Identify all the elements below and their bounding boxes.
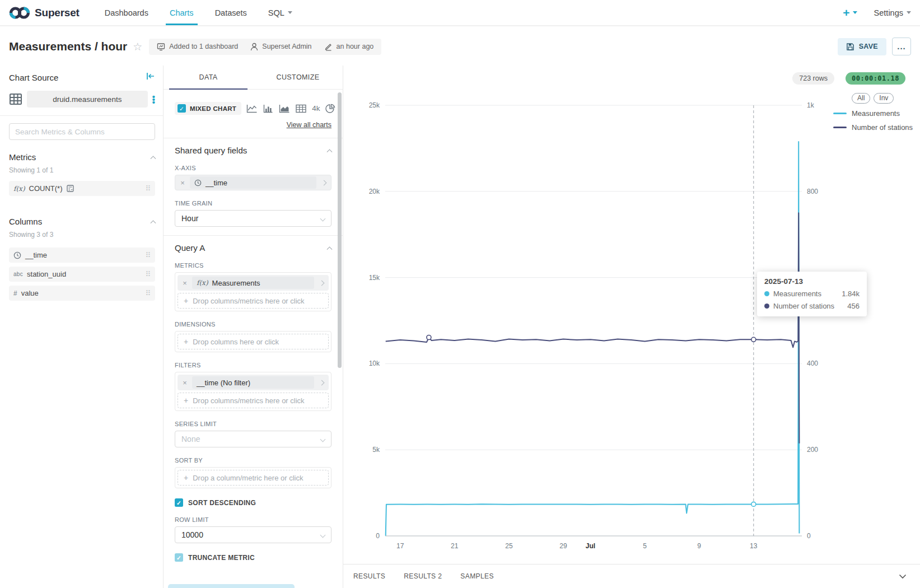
user-icon [250, 43, 258, 51]
row-limit-select[interactable]: 10000 [175, 526, 331, 543]
column-item-station-uuid[interactable]: abc station_uuid ⠿ [9, 267, 155, 282]
divider [164, 235, 343, 236]
chevron-down-icon [320, 532, 326, 538]
favorite-star-icon[interactable]: ☆ [133, 40, 142, 53]
tab-customize[interactable]: CUSTOMIZE [253, 66, 343, 89]
x-axis-control[interactable]: × __time [175, 175, 331, 190]
metrics-label: METRICS [175, 262, 331, 269]
chevron-down-icon [320, 216, 326, 221]
svg-text:9: 9 [697, 542, 701, 550]
nav-dashboards[interactable]: Dashboards [94, 0, 159, 25]
function-icon: f(x) [197, 279, 208, 287]
checked-checkbox-icon: ✓ [175, 553, 183, 562]
remove-icon[interactable]: × [178, 379, 192, 387]
tab-results[interactable]: RESULTS [353, 572, 385, 580]
filters-drop-zone[interactable]: +Drop columns/metrics here or click [178, 393, 329, 408]
query-timer-badge: 00:00:01.18 [846, 72, 905, 85]
partially-visible-control [168, 584, 295, 588]
viz-type-selected[interactable]: ✓ MIXED CHART [175, 102, 241, 115]
tab-results-2[interactable]: RESULTS 2 [404, 572, 442, 580]
dimensions-label: DIMENSIONS [175, 321, 331, 328]
column-item-time[interactable]: __time ⠿ [9, 248, 155, 263]
bar-chart-icon[interactable] [263, 104, 273, 113]
time-grain-label: TIME GRAIN [175, 200, 331, 207]
last-modified[interactable]: an hour ago [324, 43, 374, 51]
svg-text:29: 29 [559, 542, 567, 550]
caret-down-icon [288, 11, 292, 14]
shared-query-fields-header[interactable]: Shared query fields [175, 146, 331, 155]
truncate-metric-checkbox[interactable]: ✓ TRUNCATE METRIC [175, 553, 331, 562]
search-input[interactable] [9, 123, 155, 140]
nav-datasets[interactable]: Datasets [204, 0, 258, 25]
dataset-options-kebab-icon[interactable]: ••• [152, 95, 155, 104]
area-chart-icon[interactable] [279, 104, 290, 113]
expand-icon[interactable] [316, 181, 331, 185]
pie-chart-icon[interactable] [325, 104, 335, 114]
metrics-showing-count: Showing 1 of 1 [9, 166, 155, 174]
metrics-section-header[interactable]: Metrics [9, 152, 155, 162]
series-limit-select[interactable]: None [175, 431, 331, 447]
more-options-button[interactable]: ... [892, 38, 911, 55]
line-chart-icon[interactable] [246, 104, 258, 113]
scrollbar-thumb[interactable] [338, 92, 342, 368]
added-to-dashboard[interactable]: Added to 1 dashboard [157, 43, 238, 51]
remove-icon[interactable]: × [178, 279, 192, 287]
table-icon[interactable] [296, 104, 306, 113]
time-grain-select[interactable]: Hour [175, 210, 331, 227]
columns-showing-count: Showing 3 of 3 [9, 231, 155, 239]
nav-charts[interactable]: Charts [159, 0, 204, 25]
legend-item-number-of-stations[interactable]: Number of stations [833, 123, 913, 132]
dimensions-drop-zone[interactable]: +Drop columns here or click [178, 334, 329, 349]
nav-sql-menu[interactable]: SQL [258, 0, 303, 25]
results-bar: RESULTS RESULTS 2 SAMPLES [343, 564, 920, 588]
drag-handle-icon[interactable]: ⠿ [145, 184, 151, 193]
tab-samples[interactable]: SAMPLES [460, 572, 494, 580]
collapse-panel-icon[interactable] [146, 72, 155, 82]
metric-measurements[interactable]: × f(x)Measurements [178, 275, 329, 291]
svg-text:20k: 20k [369, 188, 380, 195]
clock-icon [13, 251, 21, 259]
viz-4k-shortcut[interactable]: 4k [312, 104, 320, 113]
checked-checkbox-icon: ✓ [175, 498, 183, 507]
drag-handle-icon[interactable]: ⠿ [145, 270, 151, 278]
sort-by-drop-zone[interactable]: +Drop a column/metric here or click [178, 470, 329, 486]
columns-section-header[interactable]: Columns [9, 217, 155, 226]
superset-infinity-icon [9, 5, 30, 21]
dimensions-control: +Drop columns here or click [175, 331, 331, 352]
svg-text:0: 0 [376, 532, 380, 540]
legend-select-all-button[interactable]: All [852, 93, 870, 104]
svg-text:0: 0 [807, 532, 811, 540]
metrics-control: × f(x)Measurements +Drop columns/metrics… [175, 272, 331, 311]
tooltip-date: 2025-07-13 [764, 277, 860, 286]
viz-type-row: ✓ MIXED CHART 4k [175, 102, 331, 115]
remove-icon[interactable]: × [175, 179, 190, 187]
save-icon [846, 43, 854, 51]
chart-source-panel: Chart Source druid.measurements ••• Metr… [0, 66, 164, 588]
legend-item-measurements[interactable]: Measurements [833, 109, 913, 118]
query-a-header[interactable]: Query A [175, 243, 331, 253]
save-button[interactable]: SAVE [838, 38, 886, 55]
expand-icon[interactable] [314, 381, 329, 385]
drag-handle-icon[interactable]: ⠿ [145, 289, 151, 297]
caret-down-icon [853, 11, 857, 14]
dataset-name[interactable]: druid.measurements [27, 91, 148, 108]
collapse-results-chevron-icon[interactable] [899, 571, 907, 581]
superset-logo[interactable]: Superset [9, 0, 80, 25]
legend-invert-button[interactable]: Inv [874, 93, 894, 104]
expand-icon[interactable] [314, 281, 329, 285]
chart-legend: All Inv Measurements Number of stations [833, 93, 913, 132]
function-icon: f(x) [13, 185, 25, 193]
chart-owner[interactable]: Superset Admin [250, 43, 311, 51]
row-limit-label: ROW LIMIT [175, 516, 331, 523]
svg-text:5: 5 [643, 542, 647, 550]
filter-time-no-filter[interactable]: × __time (No filter) [178, 375, 329, 390]
view-all-charts-link[interactable]: View all charts [287, 121, 331, 129]
metric-item-count[interactable]: f(x) COUNT(*) ⠿ [9, 181, 155, 196]
settings-menu[interactable]: Settings [874, 8, 911, 17]
sort-descending-checkbox[interactable]: ✓ SORT DESCENDING [175, 498, 331, 507]
drag-handle-icon[interactable]: ⠿ [145, 251, 151, 259]
new-item-button[interactable]: + [843, 6, 857, 20]
tab-data[interactable]: DATA [164, 66, 253, 89]
metrics-drop-zone[interactable]: +Drop columns/metrics here or click [178, 293, 329, 309]
column-item-value[interactable]: # value ⠿ [9, 286, 155, 301]
